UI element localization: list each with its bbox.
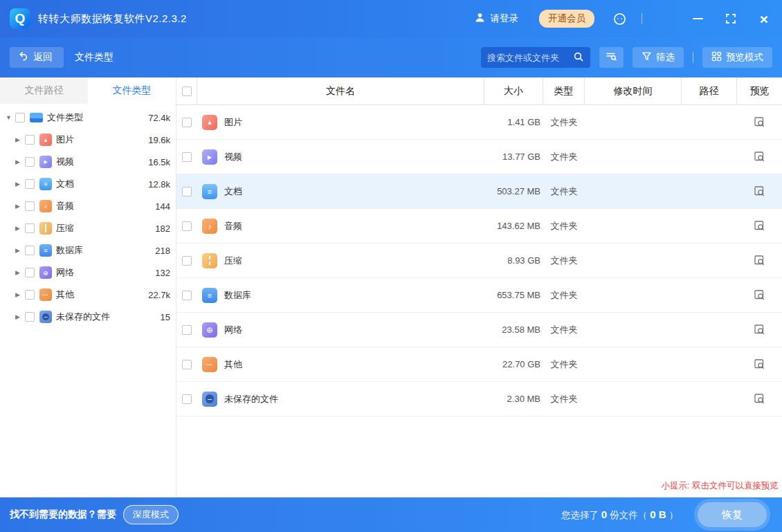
preview-file-button[interactable] [754, 289, 765, 301]
file-type: 文件夹 [543, 278, 585, 312]
table-row[interactable]: 其他 22.70 GB 文件夹 [176, 347, 782, 382]
tree-root-label: 文件类型 [47, 111, 83, 124]
preview-mode-button[interactable]: 预览模式 [702, 47, 772, 68]
tree-item-checkbox[interactable] [25, 179, 35, 189]
row-checkbox[interactable] [182, 360, 192, 369]
tree-root-item[interactable]: ▼ 文件类型 72.4k [0, 107, 176, 129]
preview-file-button[interactable] [754, 116, 765, 128]
customer-service-icon[interactable] [611, 10, 628, 27]
search-icon[interactable] [573, 51, 584, 64]
column-header-name[interactable]: 文件名 [197, 77, 484, 104]
row-checkbox[interactable] [182, 118, 192, 127]
tree-item-checkbox[interactable] [25, 223, 35, 233]
row-checkbox[interactable] [182, 221, 192, 231]
deep-mode-button[interactable]: 深度模式 [123, 505, 179, 524]
table-row[interactable]: 网络 23.58 MB 文件夹 [176, 313, 782, 347]
preview-file-button[interactable] [754, 185, 765, 197]
tree-item-checkbox[interactable] [25, 312, 35, 322]
image-file-icon [39, 134, 52, 146]
tree-item[interactable]: ▶ 压缩 182 [0, 217, 176, 239]
maximize-button[interactable] [722, 10, 739, 27]
recover-button[interactable]: 恢复 [698, 502, 767, 527]
expand-arrow-icon[interactable]: ▶ [15, 203, 25, 210]
filter-label: 筛选 [656, 51, 675, 64]
expand-arrow-icon[interactable]: ▶ [15, 136, 25, 143]
open-vip-button[interactable]: 开通会员 [539, 10, 594, 28]
row-checkbox[interactable] [182, 152, 192, 162]
preview-file-button[interactable] [754, 255, 765, 266]
expand-arrow-icon[interactable]: ▶ [15, 225, 25, 232]
expand-arrow-icon[interactable]: ▶ [15, 269, 25, 276]
tree-item[interactable]: ▶ 文档 12.8k [0, 173, 176, 195]
tab-file-type[interactable]: 文件类型 [88, 77, 176, 104]
expand-arrow-icon[interactable]: ▶ [15, 313, 25, 320]
file-name: 数据库 [224, 289, 251, 302]
table-row[interactable]: 图片 1.41 GB 文件夹 [176, 105, 782, 140]
table-row[interactable]: 数据库 653.75 MB 文件夹 [176, 278, 782, 313]
preview-file-button[interactable] [754, 151, 765, 163]
row-checkbox[interactable] [182, 325, 192, 335]
tree-item-checkbox[interactable] [25, 290, 35, 300]
column-header-preview[interactable]: 预览 [737, 77, 782, 104]
file-type: 文件夹 [543, 244, 585, 277]
minimize-button[interactable] [689, 10, 706, 27]
tree-item-count: 144 [155, 201, 170, 212]
table-row[interactable]: 压缩 8.93 GB 文件夹 [176, 244, 782, 278]
expand-arrow-icon[interactable]: ▶ [15, 291, 25, 298]
preview-file-button[interactable] [754, 324, 765, 336]
tree-item[interactable]: ▶ 数据库 218 [0, 239, 176, 262]
tree-item-label: 未保存的文件 [56, 311, 110, 323]
column-header-path[interactable]: 路径 [682, 77, 737, 104]
row-checkbox[interactable] [182, 256, 192, 266]
tree-item[interactable]: ▶ 视频 16.5k [0, 151, 176, 173]
other-file-icon [39, 288, 52, 301]
footer-bar: 找不到需要的数据？需要 深度模式 您选择了0份文件（0 B） 恢复 [0, 497, 782, 532]
column-header-size[interactable]: 大小 [484, 77, 543, 104]
tree-root-checkbox[interactable] [15, 113, 25, 122]
search-in-list-button[interactable] [599, 47, 624, 68]
tree-item-label: 音频 [56, 200, 74, 212]
preview-file-button[interactable] [754, 393, 765, 405]
login-button[interactable]: 请登录 [474, 12, 519, 26]
filter-button[interactable]: 筛选 [633, 47, 684, 68]
expand-arrow-icon[interactable]: ▶ [15, 158, 25, 165]
table-row[interactable]: 视频 13.77 GB 文件夹 [176, 140, 782, 174]
tree-item[interactable]: ▶ 未保存的文件 15 [0, 306, 176, 328]
db-file-icon [39, 244, 52, 257]
tree-item[interactable]: ▶ 网络 132 [0, 262, 176, 284]
back-button[interactable]: 返回 [10, 47, 64, 68]
column-header-mtime[interactable]: 修改时间 [585, 77, 682, 104]
expand-arrow-icon[interactable]: ▶ [15, 247, 25, 254]
select-all-checkbox[interactable] [182, 86, 192, 96]
close-button[interactable]: × [756, 10, 772, 27]
tree-item-checkbox[interactable] [25, 135, 35, 145]
row-checkbox[interactable] [182, 187, 192, 196]
row-checkbox[interactable] [182, 291, 192, 300]
tab-file-path[interactable]: 文件路径 [0, 77, 88, 104]
tree-item-checkbox[interactable] [25, 201, 35, 211]
preview-file-button[interactable] [754, 358, 765, 370]
tree-item-checkbox[interactable] [25, 246, 35, 255]
table-row[interactable]: 音频 143.62 MB 文件夹 [176, 209, 782, 244]
preview-file-button[interactable] [754, 220, 765, 232]
menu-icon[interactable] [659, 10, 673, 27]
file-size: 23.58 MB [484, 313, 543, 347]
column-header-type[interactable]: 类型 [543, 77, 585, 104]
tree-item[interactable]: ▶ 其他 22.7k [0, 284, 176, 306]
expand-arrow-icon[interactable]: ▶ [15, 181, 25, 187]
tree-item-label: 网络 [56, 266, 74, 279]
file-size: 1.41 GB [484, 105, 543, 139]
tree-item-checkbox[interactable] [25, 157, 35, 167]
tree-item-count: 12.8k [148, 179, 170, 190]
row-checkbox[interactable] [182, 394, 192, 404]
table-row[interactable]: 文档 503.27 MB 文件夹 [176, 174, 782, 209]
file-path [682, 382, 737, 416]
file-size: 13.77 GB [484, 140, 543, 174]
file-type: 文件夹 [543, 174, 585, 208]
tree-item[interactable]: ▶ 音频 144 [0, 195, 176, 217]
collapse-arrow-icon[interactable]: ▼ [6, 114, 15, 121]
search-input[interactable] [487, 53, 573, 63]
tree-item[interactable]: ▶ 图片 19.6k [0, 129, 176, 151]
tree-item-checkbox[interactable] [25, 268, 35, 277]
table-row[interactable]: 未保存的文件 2.30 MB 文件夹 [176, 382, 782, 416]
